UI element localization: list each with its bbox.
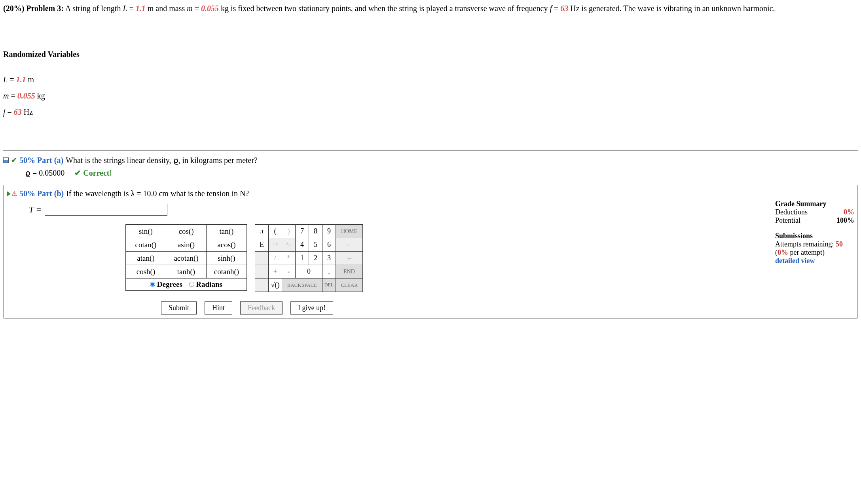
key-del[interactable]: DEL <box>322 279 336 292</box>
key-blank1 <box>255 252 269 265</box>
detailed-view-link[interactable]: detailed view <box>775 257 854 265</box>
key-cotan[interactable]: cotan() <box>126 238 166 252</box>
numeric-keypad: π ( ) 7 8 9 HOME E ↑^ ^↓ 4 5 6 <box>255 224 363 292</box>
key-acotan[interactable]: acotan() <box>166 252 207 265</box>
rand-var-f: f = 63 Hz <box>3 108 858 117</box>
problem-weight: (20%) Problem 3: <box>3 4 64 13</box>
key-cotanh[interactable]: cotanh() <box>207 265 247 279</box>
key-caret-down[interactable]: ^↓ <box>282 238 296 252</box>
key-sqrt[interactable]: √() <box>269 279 282 292</box>
key-9[interactable]: 9 <box>322 225 336 238</box>
key-E[interactable]: E <box>255 238 269 252</box>
key-dot[interactable]: . <box>322 265 336 279</box>
rand-var-L: L = 1.1 m <box>3 75 858 84</box>
potential-label: Potential <box>775 216 800 225</box>
keypad-area: sin() cos() tan() cotan() asin() acos() … <box>7 224 767 292</box>
attempts-label: Attempts remaining: <box>775 240 836 248</box>
key-cosh[interactable]: cosh() <box>126 265 166 279</box>
correct-label: ✔ Correct! <box>74 169 112 177</box>
key-0[interactable]: 0 <box>296 265 322 279</box>
collapse-icon[interactable] <box>3 157 9 163</box>
part-b: ⚠ 50% Part (b) If the wavelength is λ = … <box>3 185 858 319</box>
key-home[interactable]: HOME <box>336 225 363 238</box>
key-rparen[interactable]: ) <box>282 225 296 238</box>
key-sinh[interactable]: sinh() <box>207 252 247 265</box>
answer-input[interactable] <box>45 204 167 216</box>
part-b-question: If the wavelength is λ = 10.0 cm what is… <box>66 189 249 198</box>
attempts-value: 50 <box>836 240 843 248</box>
key-blank2 <box>255 265 269 279</box>
key-6[interactable]: 6 <box>322 238 336 252</box>
part-a-question: What is the strings linear density, ϱ, i… <box>66 155 258 165</box>
key-clear[interactable]: CLEAR <box>336 279 363 292</box>
key-atan[interactable]: atan() <box>126 252 166 265</box>
key-end[interactable]: END <box>336 265 363 279</box>
radio-degrees[interactable] <box>150 282 155 287</box>
part-a: ✔ 50% Part (a) What is the strings linea… <box>3 150 858 178</box>
submissions-heading: Submissions <box>775 232 854 240</box>
part-b-label: 50% Part (b) <box>19 189 64 198</box>
key-8[interactable]: 8 <box>309 225 322 238</box>
key-sin[interactable]: sin() <box>126 225 166 238</box>
part-a-label: 50% Part (a) <box>19 156 63 165</box>
key-minus[interactable]: - <box>282 265 296 279</box>
key-5[interactable]: 5 <box>309 238 322 252</box>
function-keypad: sin() cos() tan() cotan() asin() acos() … <box>125 224 247 279</box>
randomized-variables-list: L = 1.1 m m = 0.055 kg f = 63 Hz <box>3 75 858 117</box>
key-2[interactable]: 2 <box>309 252 322 265</box>
feedback-button: Feedback <box>240 301 283 315</box>
penalty-pct: 0% <box>778 248 788 256</box>
key-cos[interactable]: cos() <box>166 225 207 238</box>
key-slash[interactable]: / <box>269 252 282 265</box>
key-7[interactable]: 7 <box>296 225 309 238</box>
hint-button[interactable]: Hint <box>205 301 232 315</box>
key-plus[interactable]: + <box>269 265 282 279</box>
key-left[interactable]: ← <box>336 238 363 252</box>
key-asin[interactable]: asin() <box>166 238 207 252</box>
check-icon: ✔ <box>11 156 17 165</box>
grade-heading: Grade Summary <box>775 200 854 208</box>
key-3[interactable]: 3 <box>322 252 336 265</box>
rand-var-m: m = 0.055 kg <box>3 91 858 100</box>
key-pi[interactable]: π <box>255 225 269 238</box>
potential-value: 100% <box>836 216 854 225</box>
angle-mode-row: Degrees Radians <box>125 279 247 291</box>
randomized-variables-heading: Randomized Variables <box>3 50 858 63</box>
key-backspace[interactable]: BACKSPACE <box>282 279 322 292</box>
deductions-value: 0% <box>844 208 854 216</box>
key-1[interactable]: 1 <box>296 252 309 265</box>
key-lparen[interactable]: ( <box>269 225 282 238</box>
problem-statement: (20%) Problem 3: A string of length L = … <box>3 2 858 14</box>
grade-summary: Grade Summary Deductions 0% Potential 10… <box>775 200 854 315</box>
key-blank3 <box>255 279 269 292</box>
penalty-text: per attempt) <box>790 248 825 256</box>
key-right[interactable]: → <box>336 252 363 265</box>
submit-button[interactable]: Submit <box>161 301 197 315</box>
play-icon[interactable] <box>7 191 11 197</box>
answer-lhs: T = <box>29 205 42 215</box>
part-a-answer-value: ϱ = 0.05000 <box>25 169 64 177</box>
key-tanh[interactable]: tanh() <box>166 265 207 279</box>
key-caret-up[interactable]: ↑^ <box>269 238 282 252</box>
key-acos[interactable]: acos() <box>207 238 247 252</box>
key-4[interactable]: 4 <box>296 238 309 252</box>
giveup-button[interactable]: I give up! <box>290 301 333 315</box>
key-star[interactable]: * <box>282 252 296 265</box>
key-tan[interactable]: tan() <box>207 225 247 238</box>
warning-icon: ⚠ <box>11 190 17 197</box>
action-buttons: Submit Hint Feedback I give up! <box>7 301 767 315</box>
radio-radians[interactable] <box>189 282 194 287</box>
deductions-label: Deductions <box>775 208 808 216</box>
